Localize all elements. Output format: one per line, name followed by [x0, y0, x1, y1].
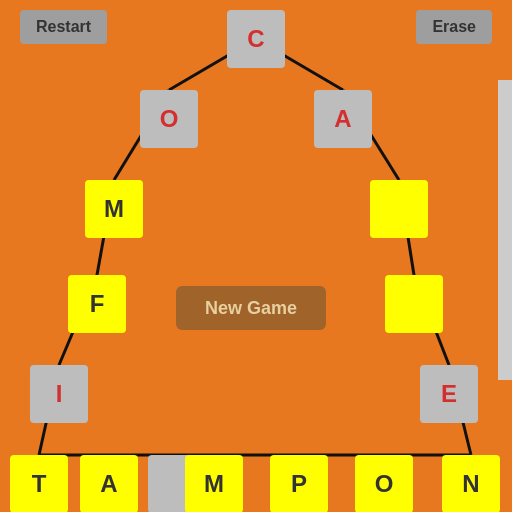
- tile-o[interactable]: O: [140, 90, 198, 148]
- new-game-button[interactable]: New Game: [176, 286, 326, 330]
- tile-t[interactable]: T: [10, 455, 68, 512]
- tile-f[interactable]: F: [68, 275, 126, 333]
- tile-m2[interactable]: M: [185, 455, 243, 512]
- erase-button[interactable]: Erase: [416, 10, 492, 44]
- restart-button[interactable]: Restart: [20, 10, 107, 44]
- tile-a2[interactable]: A: [80, 455, 138, 512]
- tile-r1[interactable]: [370, 180, 428, 238]
- tile-c[interactable]: C: [227, 10, 285, 68]
- side-panel: [498, 80, 512, 380]
- tile-e[interactable]: E: [420, 365, 478, 423]
- tile-i[interactable]: I: [30, 365, 88, 423]
- tile-n[interactable]: N: [442, 455, 500, 512]
- tile-p[interactable]: P: [270, 455, 328, 512]
- tile-o2[interactable]: O: [355, 455, 413, 512]
- tile-r2[interactable]: [385, 275, 443, 333]
- tile-m[interactable]: M: [85, 180, 143, 238]
- tile-a[interactable]: A: [314, 90, 372, 148]
- game-lines: [0, 0, 512, 512]
